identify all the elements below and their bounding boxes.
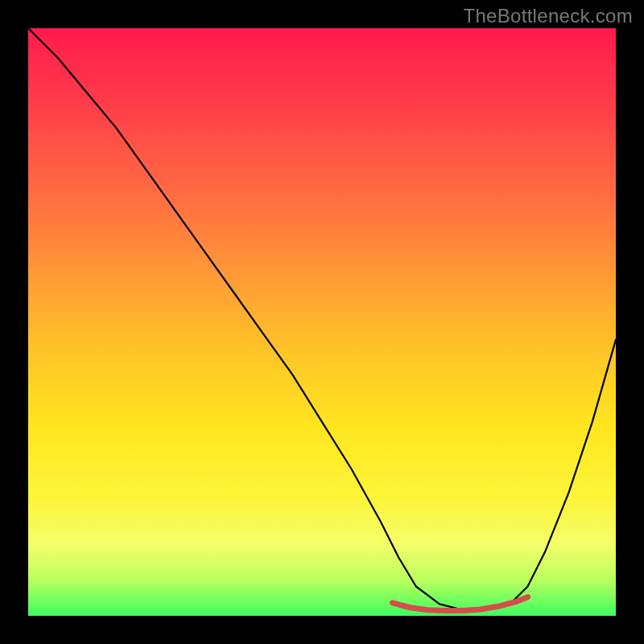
flat-overlay: [393, 597, 528, 611]
bottleneck-curve: [28, 28, 616, 610]
chart-frame: TheBottleneck.com: [0, 0, 644, 644]
plot-area: [28, 28, 616, 616]
watermark-text: TheBottleneck.com: [463, 5, 633, 27]
chart-svg: [28, 28, 616, 616]
